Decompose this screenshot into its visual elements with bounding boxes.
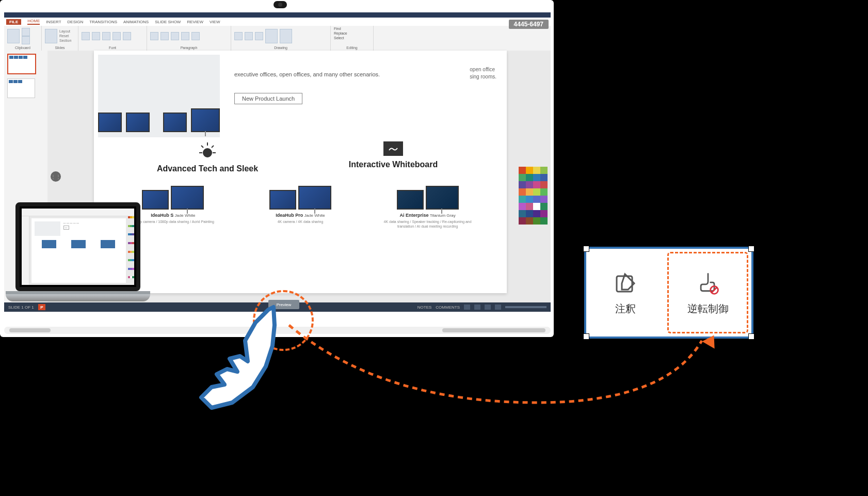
notes-button[interactable]: NOTES <box>417 305 432 310</box>
color-swatch[interactable] <box>526 167 533 174</box>
floating-preview-button[interactable]: Preview <box>268 300 299 309</box>
numbering-icon[interactable] <box>160 32 169 40</box>
sorter-view-icon[interactable] <box>474 305 480 310</box>
shape-arrow-icon[interactable] <box>255 32 263 40</box>
tab-transitions[interactable]: TRANSITIONS <box>89 20 117 24</box>
color-swatch[interactable] <box>519 196 526 203</box>
align-right-icon[interactable] <box>191 32 200 40</box>
font-size-icon[interactable] <box>123 32 131 40</box>
color-swatch[interactable] <box>540 196 548 203</box>
slide-thumbnail-2[interactable] <box>7 78 35 98</box>
color-swatch[interactable] <box>533 217 540 225</box>
color-swatch[interactable] <box>533 210 540 217</box>
color-swatch[interactable] <box>519 167 526 174</box>
hero-image <box>98 55 220 137</box>
section-label[interactable]: Section <box>59 38 71 43</box>
color-swatch[interactable] <box>526 203 533 210</box>
comments-button[interactable]: COMMENTS <box>436 305 460 310</box>
tab-animations[interactable]: ANIMATIONS <box>123 20 149 24</box>
reset-label[interactable]: Reset <box>59 34 71 38</box>
copy-icon[interactable] <box>22 36 30 44</box>
find-button[interactable]: Find <box>334 27 341 30</box>
paste-icon[interactable] <box>7 29 20 43</box>
reverse-control-icon <box>695 270 721 296</box>
color-swatch[interactable] <box>519 174 526 181</box>
color-swatch[interactable] <box>526 181 533 188</box>
left-handle-icon[interactable]: ⋮⋮ <box>51 171 61 182</box>
align-left-icon[interactable] <box>171 32 179 40</box>
scrollbar-thumb-right[interactable] <box>442 328 545 332</box>
color-swatch[interactable] <box>540 167 548 174</box>
color-swatch[interactable] <box>526 174 533 181</box>
color-swatch[interactable] <box>540 188 548 196</box>
svg-point-0 <box>203 149 212 157</box>
color-swatch[interactable] <box>533 203 540 210</box>
new-slide-icon[interactable] <box>45 29 57 43</box>
whiteboard-icon <box>383 141 403 156</box>
zoom-slider[interactable] <box>505 306 546 308</box>
color-swatch[interactable] <box>526 188 533 196</box>
color-swatch[interactable] <box>533 181 540 188</box>
color-swatch[interactable] <box>519 188 526 196</box>
slide-thumbnail-1[interactable] <box>7 54 36 74</box>
ribbon-group-paragraph: Paragraph <box>147 26 231 51</box>
tab-home[interactable]: HOME <box>27 19 40 25</box>
bullets-icon[interactable] <box>150 32 158 40</box>
normal-view-icon[interactable] <box>464 305 470 310</box>
slide-content[interactable]: open office sing rooms. executive office… <box>94 51 507 293</box>
color-swatch[interactable] <box>540 181 548 188</box>
bold-icon[interactable] <box>82 32 90 40</box>
replace-button[interactable]: Replace <box>334 31 347 35</box>
color-swatch[interactable] <box>533 188 540 196</box>
tab-review[interactable]: REVIEW <box>187 20 203 24</box>
color-swatch[interactable] <box>533 196 540 203</box>
cut-icon[interactable] <box>22 28 30 36</box>
color-swatch[interactable] <box>519 181 526 188</box>
color-swatch[interactable] <box>526 210 533 217</box>
tab-design[interactable]: DESIGN <box>68 20 84 24</box>
ribbon-group-slides: LayoutResetSectionSlides <box>42 26 78 51</box>
reverse-control-option[interactable]: 逆転制御 <box>667 252 748 333</box>
annotate-option[interactable]: 注釈 <box>586 249 664 337</box>
arrange-icon[interactable] <box>265 29 278 43</box>
color-swatch[interactable] <box>519 203 526 210</box>
color-swatch[interactable] <box>519 210 526 217</box>
color-swatch[interactable] <box>540 174 548 181</box>
tab-view[interactable]: VIEW <box>210 20 220 24</box>
tab-file[interactable]: FILE <box>6 19 21 25</box>
color-swatch[interactable] <box>533 167 540 174</box>
shape-oval-icon[interactable] <box>245 32 253 40</box>
popup-callout: 注釈 逆転制御 <box>584 247 753 339</box>
align-center-icon[interactable] <box>181 32 189 40</box>
svg-line-3 <box>212 146 214 148</box>
color-swatch[interactable] <box>540 217 548 225</box>
floating-text: open office sing rooms. <box>470 66 496 81</box>
color-swatch[interactable] <box>519 217 526 225</box>
body-text: executive offices, open offices, and man… <box>234 71 496 77</box>
shape-rect-icon[interactable] <box>234 32 243 40</box>
slideshow-view-icon[interactable] <box>495 305 501 310</box>
font-color-icon[interactable] <box>112 32 121 40</box>
color-swatch[interactable] <box>526 196 533 203</box>
color-swatch[interactable] <box>540 210 548 217</box>
product-3: Ai Enterprise Titanium Gray 4K data shar… <box>381 179 474 229</box>
scrollbar-thumb-left[interactable] <box>9 328 51 332</box>
new-product-launch-button[interactable]: New Product Launch <box>234 93 302 104</box>
italic-icon[interactable] <box>92 32 100 40</box>
device-camera <box>274 1 287 8</box>
bottom-scrollbar-track[interactable] <box>4 327 551 334</box>
window-title-bar <box>4 12 551 18</box>
layout-label[interactable]: Layout <box>59 29 71 34</box>
tab-slideshow[interactable]: SLIDE SHOW <box>155 20 181 24</box>
color-swatch[interactable] <box>526 217 533 225</box>
reading-view-icon[interactable] <box>485 305 491 310</box>
quick-styles-icon[interactable] <box>280 29 292 43</box>
select-button[interactable]: Select <box>334 36 344 40</box>
ribbon-toolbar: Clipboard LayoutResetSectionSlides Font … <box>4 26 551 51</box>
color-swatch[interactable] <box>533 174 540 181</box>
product-2: IdeaHub Pro Jade White 4K camera / 4K da… <box>254 179 347 229</box>
color-palette[interactable] <box>519 167 550 225</box>
underline-icon[interactable] <box>102 32 110 40</box>
color-swatch[interactable] <box>540 203 548 210</box>
tab-insert[interactable]: INSERT <box>46 20 61 24</box>
